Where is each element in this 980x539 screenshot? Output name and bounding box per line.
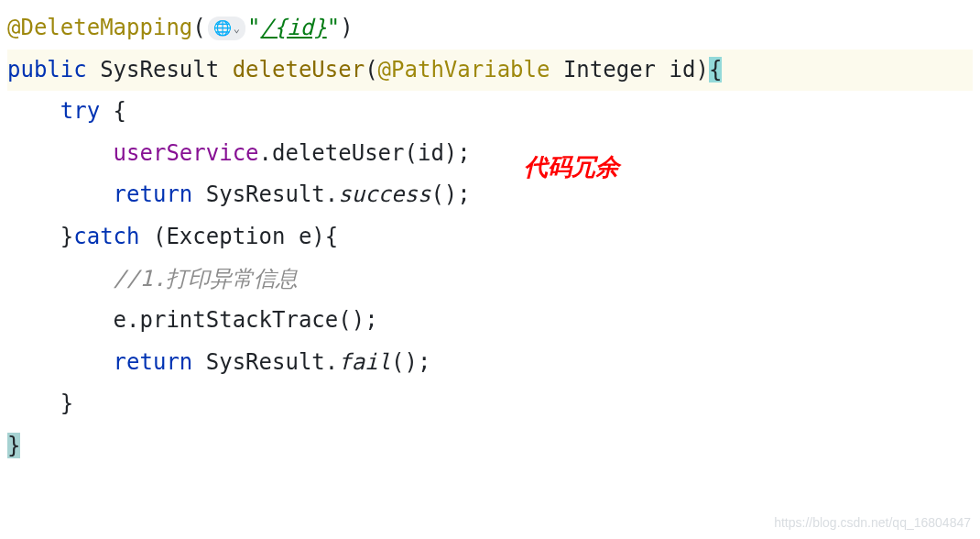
cursor-position: { xyxy=(709,57,722,82)
code-line-11: } xyxy=(7,425,973,468)
annotation-overlay: 代码冗余 xyxy=(524,145,619,190)
code-editor[interactable]: @DeleteMapping(🌐⌄"/{id}")public SysResul… xyxy=(7,7,973,468)
code-line-5: return SysResult.success(); xyxy=(7,174,973,216)
method-name: deleteUser xyxy=(233,57,365,82)
code-line-4: userService.deleteUser(id); xyxy=(7,133,973,175)
comment-text: //1.打印异常信息 xyxy=(114,266,299,292)
code-line-10: } xyxy=(7,383,973,425)
code-line-1: @DeleteMapping(🌐⌄"/{id}") xyxy=(7,7,973,50)
watermark: https://blog.csdn.net/qq_16804847 xyxy=(774,511,971,535)
code-line-8: e.printStackTrace(); xyxy=(7,300,973,342)
code-line-6: }catch (Exception e){ xyxy=(7,216,973,258)
code-line-9: return SysResult.fail(); xyxy=(7,342,973,384)
code-line-2: public SysResult deleteUser(@PathVariabl… xyxy=(7,50,973,92)
globe-icon: 🌐 xyxy=(213,15,232,42)
globe-badge[interactable]: 🌐⌄ xyxy=(208,16,245,40)
chevron-down-icon: ⌄ xyxy=(234,18,240,39)
code-line-3: try { xyxy=(7,91,973,133)
mapping-path: /{id} xyxy=(260,15,326,40)
annotation-deletemapping: @DeleteMapping xyxy=(7,15,192,40)
code-line-7: //1.打印异常信息 xyxy=(7,258,973,301)
